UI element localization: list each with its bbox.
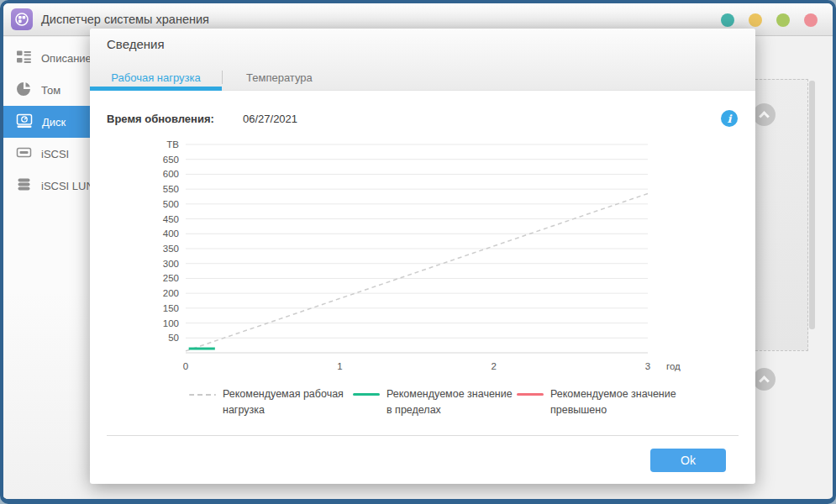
disk-icon: [16, 113, 33, 132]
ok-button[interactable]: Ok: [650, 449, 726, 472]
workload-chart: TB65060055050045040035030025020015010050…: [150, 134, 739, 374]
svg-text:50: 50: [168, 333, 179, 343]
sidebar-item-disk[interactable]: Диск: [3, 106, 91, 138]
svg-text:0: 0: [183, 361, 188, 371]
svg-text:400: 400: [163, 228, 179, 239]
footer-divider: [107, 435, 739, 436]
tab-temperature[interactable]: Температура: [223, 71, 336, 84]
update-time-label: Время обновления:: [107, 113, 214, 125]
sidebar: Описание Том: [3, 37, 91, 499]
volume-pie-icon: [16, 81, 32, 99]
svg-text:100: 100: [163, 318, 179, 328]
dot-teal[interactable]: [721, 13, 734, 27]
background-scrollbar[interactable]: [809, 81, 815, 329]
dialog-header: Сведения Рабочая нагрузка Температура: [90, 29, 755, 91]
iscsi-icon: [16, 144, 32, 163]
window-status-dots: [721, 13, 818, 27]
svg-text:650: 650: [163, 155, 179, 165]
dashed-line-marker-icon: [189, 394, 216, 396]
svg-text:600: 600: [163, 169, 179, 179]
storage-manager-app-icon: [11, 8, 33, 30]
details-dialog: Сведения Рабочая нагрузка Температура Вр…: [90, 29, 755, 484]
svg-text:год: год: [666, 361, 681, 371]
svg-text:3: 3: [645, 361, 650, 371]
chevron-up-icon: [759, 111, 770, 122]
update-time-value: 06/27/2021: [243, 113, 297, 125]
dot-yellow[interactable]: [749, 13, 762, 27]
svg-text:450: 450: [163, 214, 179, 224]
dot-red[interactable]: [804, 13, 818, 27]
dot-green[interactable]: [776, 13, 790, 27]
legend-item-exceeded: Рекомендуемое значение превышено: [517, 386, 681, 419]
collapse-up-button-2[interactable]: [753, 368, 776, 391]
green-line-marker-icon: [353, 393, 380, 396]
legend-item-recommended-workload: Рекомендуемая рабочая нагрузка: [189, 386, 353, 419]
iscsi-lun-icon: [16, 176, 32, 195]
sidebar-item-iscsi[interactable]: iSCSI: [3, 138, 91, 170]
storage-manager-window: Диспетчер системы хранения: [0, 0, 836, 504]
sidebar-item-volume[interactable]: Том: [3, 74, 91, 106]
sidebar-item-label: Диск: [42, 116, 66, 129]
sidebar-item-label: Том: [41, 84, 60, 97]
sidebar-item-overview[interactable]: Описание: [3, 42, 91, 74]
svg-text:550: 550: [163, 184, 179, 194]
active-tab-underline: [90, 87, 222, 91]
svg-text:150: 150: [163, 303, 179, 313]
svg-text:500: 500: [163, 199, 179, 209]
sidebar-item-label: Описание: [41, 52, 92, 65]
workload-chart-svg: TB65060055050045040035030025020015010050…: [150, 134, 739, 374]
sidebar-item-label: iSCSI: [41, 148, 69, 160]
collapse-up-button-1[interactable]: [753, 103, 776, 126]
overview-icon: [16, 49, 32, 67]
dialog-title: Сведения: [107, 37, 165, 51]
svg-text:350: 350: [163, 244, 179, 254]
window-title: Диспетчер системы хранения: [41, 13, 209, 26]
chevron-up-icon: [759, 375, 770, 386]
info-icon[interactable]: i: [721, 110, 738, 127]
svg-text:2: 2: [491, 361, 496, 371]
legend-item-within-limits: Рекомендуемое значение в пределах: [353, 386, 517, 419]
red-line-marker-icon: [517, 393, 544, 396]
svg-text:TB: TB: [166, 139, 179, 150]
tab-workload[interactable]: Рабочая нагрузка: [90, 71, 222, 84]
svg-text:300: 300: [163, 259, 179, 269]
svg-text:200: 200: [163, 288, 179, 298]
svg-text:250: 250: [163, 273, 179, 283]
sidebar-item-label: iSCSI LUN: [41, 180, 94, 192]
chart-legend: Рекомендуемая рабочая нагрузка Рекоменду…: [189, 386, 681, 419]
sidebar-item-iscsi-lun[interactable]: iSCSI LUN: [3, 170, 91, 202]
svg-text:1: 1: [337, 361, 342, 371]
